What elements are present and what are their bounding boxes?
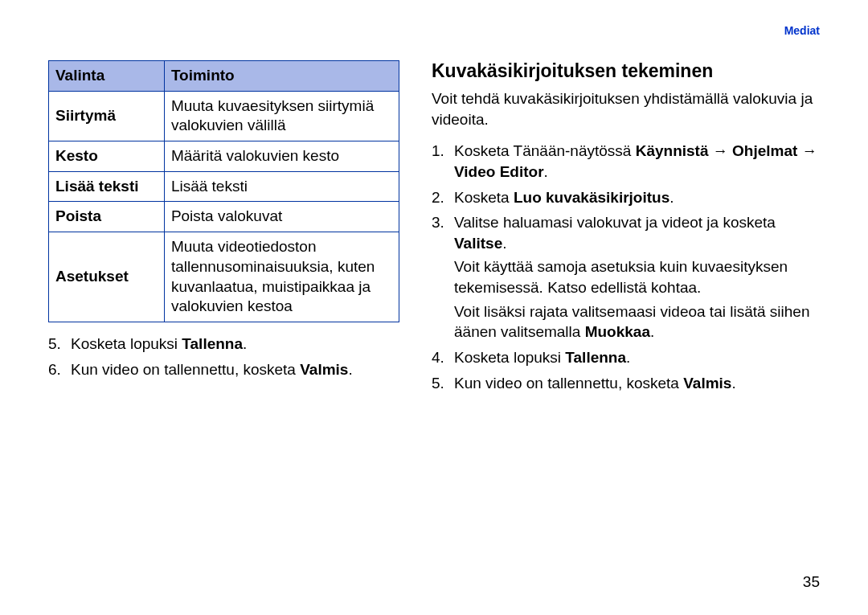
th-valinta: Valinta bbox=[49, 61, 165, 92]
row-desc: Poista valokuvat bbox=[164, 202, 399, 232]
row-label: Lisää teksti bbox=[49, 171, 165, 202]
left-column: Valinta Toiminto Siirtymä Muuta kuvaesit… bbox=[48, 60, 399, 398]
text: Kosketa lopuksi bbox=[71, 335, 182, 352]
row-label: Siirtymä bbox=[49, 91, 165, 141]
step-4: Kosketa lopuksi Tallenna. bbox=[432, 347, 820, 368]
text: Kosketa bbox=[454, 189, 514, 206]
text: Kun video on tallennettu, kosketa bbox=[71, 361, 300, 378]
intro-text: Voit tehdä kuvakäsikirjoituksen yhdistäm… bbox=[432, 88, 820, 129]
text: . bbox=[348, 361, 352, 378]
bold: Muokkaa bbox=[585, 323, 650, 340]
table-row: Kesto Määritä valokuvien kesto bbox=[49, 141, 399, 172]
text: Kosketa lopuksi bbox=[454, 349, 565, 366]
content-columns: Valinta Toiminto Siirtymä Muuta kuvaesit… bbox=[48, 60, 820, 398]
row-label: Asetukset bbox=[49, 232, 165, 322]
sub-paragraph: Voit lisäksi rajata valitsemaasi videoa … bbox=[454, 301, 820, 342]
row-desc: Määritä valokuvien kesto bbox=[164, 141, 399, 172]
bold: Käynnistä bbox=[636, 142, 709, 159]
options-table: Valinta Toiminto Siirtymä Muuta kuvaesit… bbox=[48, 60, 399, 322]
right-column: Kuvakäsikirjoituksen tekeminen Voit tehd… bbox=[432, 60, 820, 398]
row-desc: Muuta videotiedoston tallennusominaisuuk… bbox=[164, 232, 399, 322]
row-desc: Lisää teksti bbox=[164, 171, 399, 202]
step-6: Kun video on tallennettu, kosketa Valmis… bbox=[48, 359, 399, 380]
table-row: Asetukset Muuta videotiedoston tallennus… bbox=[49, 232, 399, 322]
text: . bbox=[243, 335, 247, 352]
bold: Ohjelmat bbox=[732, 142, 797, 159]
step-5: Kosketa lopuksi Tallenna. bbox=[48, 334, 399, 355]
step-3: Valitse haluamasi valokuvat ja videot ja… bbox=[432, 212, 820, 342]
text: . bbox=[669, 189, 674, 206]
left-steps: Kosketa lopuksi Tallenna. Kun video on t… bbox=[48, 334, 399, 379]
bold: Valitse bbox=[454, 235, 502, 252]
table-row: Lisää teksti Lisää teksti bbox=[49, 171, 399, 202]
arrow: → bbox=[709, 142, 733, 159]
th-toiminto: Toiminto bbox=[164, 61, 399, 92]
text: . bbox=[502, 235, 506, 252]
step-5: Kun video on tallennettu, kosketa Valmis… bbox=[432, 373, 820, 394]
right-steps: Kosketa Tänään-näytössä Käynnistä → Ohje… bbox=[432, 141, 820, 393]
bold: Valmis bbox=[683, 375, 731, 392]
row-desc: Muuta kuvaesityksen siirtymiä valokuvien… bbox=[164, 91, 399, 141]
section-header: Mediat bbox=[784, 24, 820, 37]
bold: Video Editor bbox=[454, 163, 544, 180]
text: Valitse haluamasi valokuvat ja videot ja… bbox=[454, 214, 776, 231]
text: . bbox=[731, 375, 735, 392]
step-2: Kosketa Luo kuvakäsikirjoitus. bbox=[432, 187, 820, 208]
text: Kosketa Tänään-näytössä bbox=[454, 142, 636, 159]
bold: Valmis bbox=[300, 361, 348, 378]
section-title: Kuvakäsikirjoituksen tekeminen bbox=[432, 60, 820, 82]
page-number: 35 bbox=[803, 573, 820, 591]
bold: Luo kuvakäsikirjoitus bbox=[514, 189, 669, 206]
row-label: Poista bbox=[49, 202, 165, 232]
text: . bbox=[650, 323, 654, 340]
bold: Tallenna bbox=[182, 335, 243, 352]
bold: Tallenna bbox=[565, 349, 626, 366]
text: . bbox=[626, 349, 630, 366]
text: . bbox=[544, 163, 548, 180]
step-1: Kosketa Tänään-näytössä Käynnistä → Ohje… bbox=[432, 141, 820, 182]
sub-paragraph: Voit käyttää samoja asetuksia kuin kuvae… bbox=[454, 256, 820, 297]
row-label: Kesto bbox=[49, 141, 165, 172]
arrow: → bbox=[797, 142, 817, 159]
table-row: Poista Poista valokuvat bbox=[49, 202, 399, 232]
text: Kun video on tallennettu, kosketa bbox=[454, 375, 683, 392]
table-row: Siirtymä Muuta kuvaesityksen siirtymiä v… bbox=[49, 91, 399, 141]
